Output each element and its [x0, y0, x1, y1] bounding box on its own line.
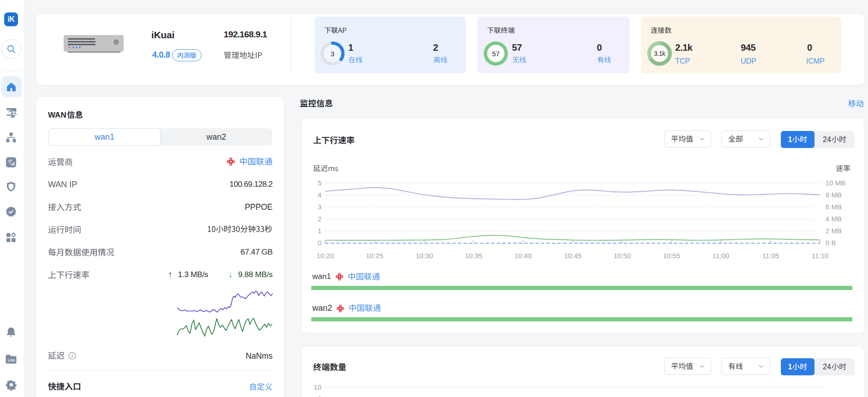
svg-text:LOG: LOG [8, 358, 15, 362]
